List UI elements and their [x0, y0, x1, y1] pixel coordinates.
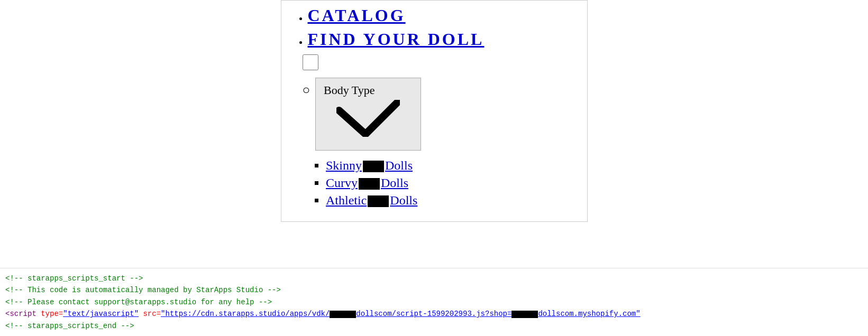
nav-list: CATALOG FIND YOUR DOLL — [297, 6, 577, 49]
code-comment-1: <!-- starapps_scripts_start --> — [5, 274, 143, 283]
code-comment-5: <!-- starapps_scripts_end --> — [5, 322, 134, 330]
code-section: <!-- starapps_scripts_start --> <!-- Thi… — [0, 268, 868, 336]
main-content: CATALOG FIND YOUR DOLL ○ Body Type — [0, 0, 868, 222]
body-type-section: ○ Body Type SkinnyDolls CurvyDolls — [297, 78, 577, 211]
list-item-skinny: SkinnyDolls — [326, 158, 421, 173]
code-line-4: <script type="text/javascript" src="http… — [5, 308, 863, 320]
checkmark-icon — [336, 100, 400, 137]
find-doll-link[interactable]: FIND YOUR DOLL — [308, 30, 485, 49]
checkbox-input[interactable] — [303, 54, 318, 70]
athletic-dolls-link[interactable]: AthleticDolls — [326, 193, 417, 207]
curvy-dolls-link[interactable]: CurvyDolls — [326, 176, 408, 190]
checkbox-container — [303, 54, 577, 72]
page-wrapper: CATALOG FIND YOUR DOLL ○ Body Type — [0, 0, 868, 336]
code-line-2: <!-- This code is automatically managed … — [5, 284, 863, 296]
dropdown-box[interactable]: Body Type — [315, 78, 421, 151]
code-comment-2: <!-- This code is automatically managed … — [5, 286, 281, 294]
nav-panel: CATALOG FIND YOUR DOLL ○ Body Type — [281, 0, 588, 222]
catalog-nav-item: CATALOG — [308, 6, 577, 25]
find-doll-nav-item: FIND YOUR DOLL — [308, 30, 577, 49]
redacted-1 — [363, 161, 384, 172]
code-line-1: <!-- starapps_scripts_start --> — [5, 273, 863, 284]
code-string-src: "https://cdn.starapps.studio/apps/vdk/do… — [161, 310, 641, 318]
redacted-2 — [359, 178, 380, 190]
sub-list: SkinnyDolls CurvyDolls AthleticDolls — [315, 158, 421, 211]
code-comment-3: <!-- Please contact support@starapps.stu… — [5, 298, 272, 306]
list-item-curvy: CurvyDolls — [326, 176, 421, 190]
list-item-athletic: AthleticDolls — [326, 193, 421, 208]
code-attr-type: type= — [41, 310, 63, 318]
redacted-3 — [368, 195, 389, 207]
code-line-3: <!-- Please contact support@starapps.stu… — [5, 296, 863, 308]
radio-bullet: ○ — [303, 83, 310, 97]
code-string-type: "text/javascript" — [63, 310, 139, 318]
catalog-link[interactable]: CATALOG — [308, 6, 406, 25]
code-line-5: <!-- starapps_scripts_end --> — [5, 320, 863, 332]
code-attr-src: src= — [143, 310, 161, 318]
code-tag-script: <script — [5, 310, 41, 318]
skinny-dolls-link[interactable]: SkinnyDolls — [326, 158, 413, 172]
dropdown-label: Body Type — [324, 83, 413, 97]
dropdown-container: Body Type SkinnyDolls CurvyDolls — [315, 78, 421, 211]
